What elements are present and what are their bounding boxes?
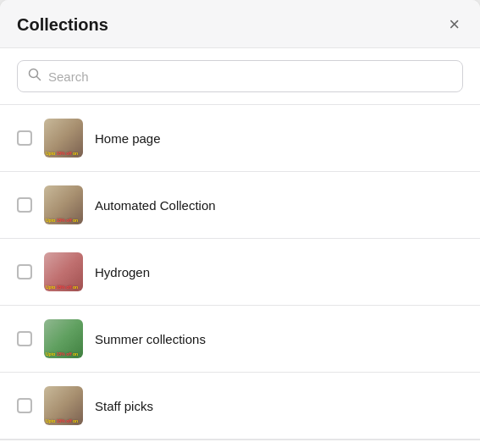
list-item[interactable]: Upto 15% off on Staff picks [0, 373, 480, 440]
search-input[interactable] [48, 69, 452, 84]
search-bar-container [0, 48, 480, 105]
collection-name: Staff picks [95, 399, 153, 413]
collection-checkbox[interactable] [17, 264, 32, 279]
collection-checkbox[interactable] [17, 130, 32, 146]
collection-thumbnail: Upto 15% off on [44, 319, 83, 358]
collections-modal: Collections × Upto 15% off on Home page [0, 0, 480, 448]
collection-thumbnail: Upto 15% off on [44, 386, 83, 425]
modal-footer: Cancel Add [0, 440, 480, 448]
collection-name: Home page [95, 131, 161, 146]
search-icon [28, 68, 41, 85]
collection-checkbox[interactable] [17, 398, 32, 413]
list-item[interactable]: Upto 15% off on Home page [0, 105, 480, 172]
collection-thumbnail: Upto 15% off on [44, 252, 83, 291]
close-button[interactable]: × [445, 14, 463, 36]
collection-name: Summer collections [95, 332, 206, 346]
collection-checkbox[interactable] [17, 331, 32, 346]
search-wrapper [17, 60, 463, 92]
collection-name: Automated Collection [95, 198, 216, 213]
modal-title: Collections [17, 15, 108, 35]
collections-list: Upto 15% off on Home page Upto 15% off o… [0, 105, 480, 440]
collection-thumbnail: Upto 15% off on [44, 185, 83, 224]
svg-line-1 [37, 77, 41, 80]
list-item[interactable]: Upto 15% off on Summer collections [0, 306, 480, 373]
collection-checkbox[interactable] [17, 197, 32, 213]
collection-thumbnail: Upto 15% off on [44, 119, 83, 158]
modal-header: Collections × [0, 0, 480, 48]
collection-name: Hydrogen [95, 265, 150, 279]
list-item[interactable]: Upto 15% off on Hydrogen [0, 239, 480, 306]
list-item[interactable]: Upto 15% off on Automated Collection [0, 172, 480, 239]
